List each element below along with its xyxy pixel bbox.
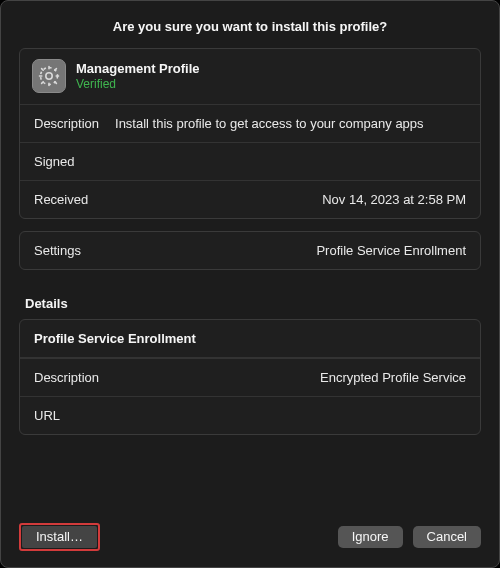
details-url-label: URL <box>34 408 60 423</box>
received-label: Received <box>34 192 88 207</box>
dialog-content: Management Profile Verified Description … <box>1 48 499 511</box>
profile-status: Verified <box>76 77 200 91</box>
profile-name: Management Profile <box>76 61 200 76</box>
settings-label: Settings <box>34 243 81 258</box>
profile-title-block: Management Profile Verified <box>76 61 200 91</box>
ignore-button[interactable]: Ignore <box>338 526 403 548</box>
details-heading: Details <box>19 282 481 319</box>
row-description: Description Install this profile to get … <box>20 104 480 142</box>
dialog-footer: Install… Ignore Cancel <box>1 511 499 567</box>
details-description-label: Description <box>34 370 99 385</box>
profile-card: Management Profile Verified Description … <box>19 48 481 219</box>
row-details-description: Description Encrypted Profile Service <box>20 358 480 396</box>
install-highlight: Install… <box>19 523 100 551</box>
row-settings: Settings Profile Service Enrollment <box>20 232 480 269</box>
row-signed: Signed <box>20 142 480 180</box>
enrollment-title: Profile Service Enrollment <box>20 320 480 358</box>
profile-header: Management Profile Verified <box>20 49 480 104</box>
details-description-value: Encrypted Profile Service <box>111 370 466 385</box>
description-value: Install this profile to get access to yo… <box>115 116 466 131</box>
received-value: Nov 14, 2023 at 2:58 PM <box>100 192 466 207</box>
settings-card: Settings Profile Service Enrollment <box>19 231 481 270</box>
gear-icon <box>32 59 66 93</box>
profile-install-dialog: Are you sure you want to install this pr… <box>0 0 500 568</box>
install-button[interactable]: Install… <box>22 526 97 548</box>
svg-point-0 <box>46 73 52 79</box>
dialog-title: Are you sure you want to install this pr… <box>1 1 499 48</box>
row-details-url: URL <box>20 396 480 434</box>
signed-label: Signed <box>34 154 74 169</box>
description-label: Description <box>34 116 99 131</box>
settings-value: Profile Service Enrollment <box>93 243 466 258</box>
details-card: Profile Service Enrollment Description E… <box>19 319 481 435</box>
row-received: Received Nov 14, 2023 at 2:58 PM <box>20 180 480 218</box>
cancel-button[interactable]: Cancel <box>413 526 481 548</box>
